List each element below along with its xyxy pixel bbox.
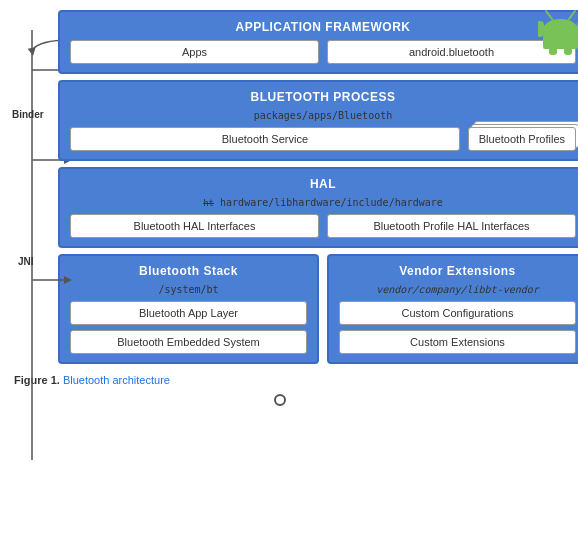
svg-text:Binder: Binder: [12, 109, 44, 120]
bt-process-title: BLUETOOTH PROCESS: [70, 90, 576, 104]
hal-title: HAL: [70, 177, 576, 191]
vendor-ext-subtitle: vendor/company/libbt-vendor: [339, 284, 576, 295]
custom-extensions-box: Custom Extensions: [339, 330, 576, 354]
bt-stack-boxes: Bluetooth App Layer Bluetooth Embedded S…: [70, 301, 307, 354]
bt-hal-interfaces-box: Bluetooth HAL Interfaces: [70, 214, 319, 238]
bt-profile-hal-interfaces-box: Bluetooth Profile HAL Interfaces: [327, 214, 576, 238]
bt-stack-title: Bluetooth Stack: [70, 264, 307, 278]
figure-label: Figure 1.: [14, 374, 60, 386]
hal-section: HAL ht hardware/libhardware/include/hard…: [58, 167, 578, 248]
bt-profiles-box: Bluetooth Profiles: [468, 127, 576, 151]
app-framework-title: APPLICATION FRAMEWORK: [70, 20, 576, 34]
bt-profiles-stack: Bluetooth Profiles: [468, 127, 576, 151]
bt-app-layer-box: Bluetooth App Layer: [70, 301, 307, 325]
bt-stack-subtitle: /system/bt: [70, 284, 307, 295]
app-framework-section: APPLICATION FRAMEWORK Apps android.bluet…: [58, 10, 578, 74]
hal-subtitle: ht hardware/libhardware/include/hardware: [70, 197, 576, 208]
svg-marker-9: [28, 47, 37, 56]
bt-process-boxes: Bluetooth Service Bluetooth Profiles: [70, 127, 576, 151]
vendor-ext-boxes: Custom Configurations Custom Extensions: [339, 301, 576, 354]
svg-rect-16: [543, 33, 578, 49]
vendor-ext-title: Vendor Extensions: [339, 264, 576, 278]
svg-rect-18: [564, 47, 572, 55]
bt-process-section: BLUETOOTH PROCESS packages/apps/Bluetoot…: [58, 80, 578, 161]
app-framework-boxes: Apps android.bluetooth: [70, 40, 576, 64]
svg-line-12: [569, 11, 575, 19]
custom-configurations-box: Custom Configurations: [339, 301, 576, 325]
figure-caption: Figure 1. Bluetooth architecture: [10, 374, 578, 386]
apps-box: Apps: [70, 40, 319, 64]
figure-caption-text: Bluetooth architecture: [63, 374, 170, 386]
bt-process-subtitle: packages/apps/Bluetooth: [70, 110, 576, 121]
svg-rect-17: [549, 47, 557, 55]
bt-service-box: Bluetooth Service: [70, 127, 460, 151]
android-logo-icon: [538, 5, 578, 55]
svg-line-11: [546, 11, 552, 19]
hal-boxes: Bluetooth HAL Interfaces Bluetooth Profi…: [70, 214, 576, 238]
bt-embedded-system-box: Bluetooth Embedded System: [70, 330, 307, 354]
vendor-ext-section: Vendor Extensions vendor/company/libbt-v…: [327, 254, 578, 364]
bottom-row: Bluetooth Stack /system/bt Bluetooth App…: [58, 254, 578, 364]
svg-text:JNI: JNI: [18, 256, 34, 267]
bt-stack-section: Bluetooth Stack /system/bt Bluetooth App…: [58, 254, 319, 364]
svg-rect-19: [538, 21, 544, 37]
svg-point-10: [275, 395, 285, 405]
